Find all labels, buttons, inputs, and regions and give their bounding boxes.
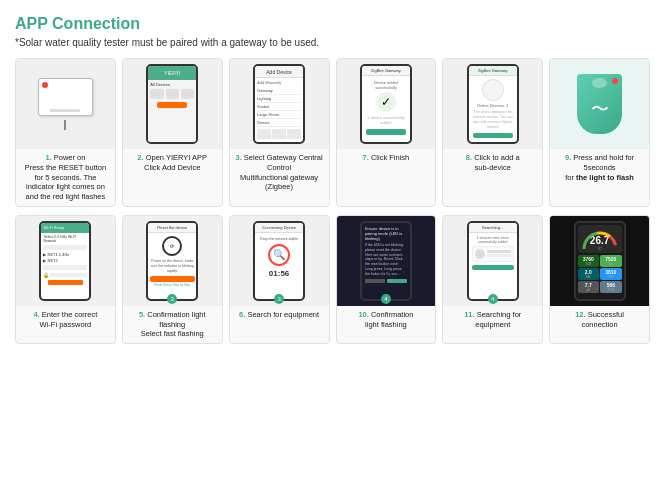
step-3-phone: Add Device Add Manually Gateway Lighting… [253,64,305,144]
step-5-image: Reset the device ⟳ Power on the device, … [123,216,222,306]
step-12-image: 26.7 °C 3760 TDS 7520 EC 2.0 [550,216,649,306]
step-5-caption: 5. Confirmation light flashingSelect fas… [123,306,222,343]
step-11-card: Searching... 1 devices have been success… [442,215,543,344]
step-8-phone: ZigBee Gateway Online Devices: 1 The dev… [467,64,519,144]
step-4-image: Wi-Fi Setup Select 2.4 GHz Wi-Fi Network… [16,216,115,306]
step-6-phone: Connecting Device Keep the network stabl… [253,221,305,301]
step-4-caption: 4. Enter the correctWi-Fi password [31,306,101,334]
step-9-card: 〜 9. Press and hold for 5secondsfor the … [549,58,650,207]
step-8-image: ZigBee Gateway Online Devices: 1 The dev… [443,59,542,149]
step-3-card: Add Device Add Manually Gateway Lighting… [229,58,330,207]
row2-grid: Wi-Fi Setup Select 2.4 GHz Wi-Fi Network… [15,215,650,344]
step-7-image: ZigBee Gateway Device added successfully… [337,59,436,149]
step-1-card: 1. Power onPress the RESET buttonfor 5 s… [15,58,116,207]
step-9-image: 〜 [550,59,649,149]
step-8-card: ZigBee Gateway Online Devices: 1 The dev… [442,58,543,207]
step-10-card: Ensure device is in pairing mode (LED is… [336,215,437,344]
step-6-caption: 6. Search for equipment [236,306,322,324]
page-title: APP Connection [15,15,650,33]
step-3-caption: 3. Select Gateway Central ControlMultifu… [230,149,329,196]
step-11-badge: 4 [488,294,498,304]
step-2-card: YIERYI All Devices 2. Open YIERYI APPCli… [122,58,223,207]
step-10-caption: 10. Confirmationlight flashing [355,306,416,334]
step-7-caption: 7. Click Finish [360,149,413,167]
step-6-badge: 3 [274,294,284,304]
step-1-image [16,59,115,149]
step-7-card: ZigBee Gateway Device added successfully… [336,58,437,207]
step-4-card: Wi-Fi Setup Select 2.4 GHz Wi-Fi Network… [15,215,116,344]
step-9-caption: 9. Press and hold for 5secondsfor the li… [550,149,649,186]
step-11-caption: 11. Searching forequipment [461,306,524,334]
row1-grid: 1. Power onPress the RESET buttonfor 5 s… [15,58,650,207]
step-12-card: 26.7 °C 3760 TDS 7520 EC 2.0 [549,215,650,344]
step-8-caption: 8. Click to add asub-device [463,149,523,177]
step-4-phone: Wi-Fi Setup Select 2.4 GHz Wi-Fi Network… [39,221,91,301]
step-2-image: YIERYI All Devices [123,59,222,149]
step-10-badge: 4 [381,294,391,304]
step-10-image: Ensure device is in pairing mode (LED is… [337,216,436,306]
step-10-phone: Ensure device is in pairing mode (LED is… [360,221,412,301]
gateway-device-icon: 〜 [577,74,622,134]
step-11-image: Searching... 1 devices have been success… [443,216,542,306]
subtitle: *Solar water quality tester must be pair… [15,37,650,48]
step-1-caption: 1. Power onPress the RESET buttonfor 5 s… [22,149,110,206]
step-7-phone: ZigBee Gateway Device added successfully… [360,64,412,144]
step-2-caption: 2. Open YIERYI APPClick Add Device [134,149,210,177]
step-3-image: Add Device Add Manually Gateway Lighting… [230,59,329,149]
step-5-phone: Reset the device ⟳ Power on the device, … [146,221,198,301]
page-container: APP Connection *Solar water quality test… [15,15,650,344]
step-6-card: Connecting Device Keep the network stabl… [229,215,330,344]
step-12-caption: 12. Successfulconnection [572,306,627,334]
step-12-screen: 26.7 °C 3760 TDS 7520 EC 2.0 [574,221,626,301]
step-5-badge: 3 [167,294,177,304]
step-5-card: Reset the device ⟳ Power on the device, … [122,215,223,344]
step-6-image: Connecting Device Keep the network stabl… [230,216,329,306]
step-11-phone: Searching... 1 devices have been success… [467,221,519,301]
step-2-phone: YIERYI All Devices [146,64,198,144]
